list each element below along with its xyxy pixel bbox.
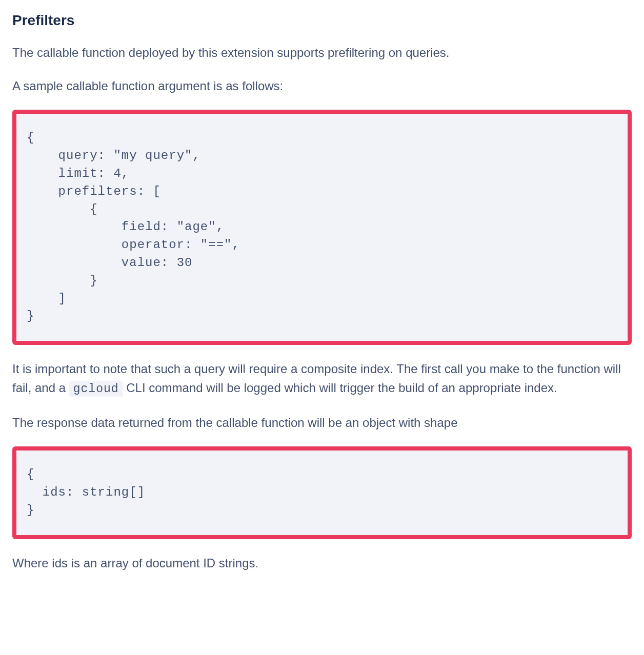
composite-index-note: It is important to note that such a quer… [12,359,632,399]
intro-paragraph-1: The callable function deployed by this e… [12,43,632,62]
ids-description: Where ids is an array of document ID str… [12,554,632,572]
note-text-part2: CLI command will be logged which will tr… [123,381,557,395]
code-block-response-shape: { ids: string[] } [12,446,632,539]
code-block-sample-argument: { query: "my query", limit: 4, prefilter… [12,110,632,345]
intro-paragraph-2: A sample callable function argument is a… [12,76,632,95]
section-heading: Prefilters [12,12,632,29]
response-shape-intro: The response data returned from the call… [12,413,632,432]
inline-code-gcloud: gcloud [69,381,123,397]
